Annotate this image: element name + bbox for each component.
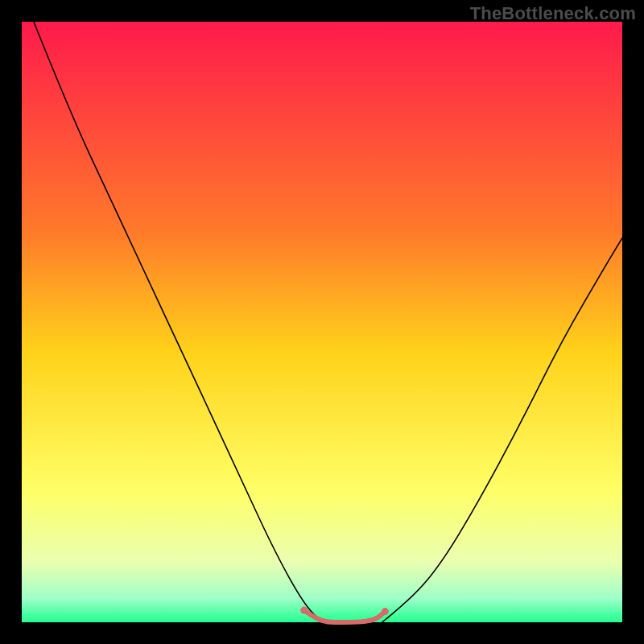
chart-canvas bbox=[0, 0, 644, 644]
watermark-text: TheBottleneck.com bbox=[470, 3, 636, 24]
plot-area bbox=[22, 22, 622, 622]
series-point-trough-end-dots bbox=[382, 608, 389, 615]
series-point-trough-end-dots bbox=[300, 607, 308, 614]
